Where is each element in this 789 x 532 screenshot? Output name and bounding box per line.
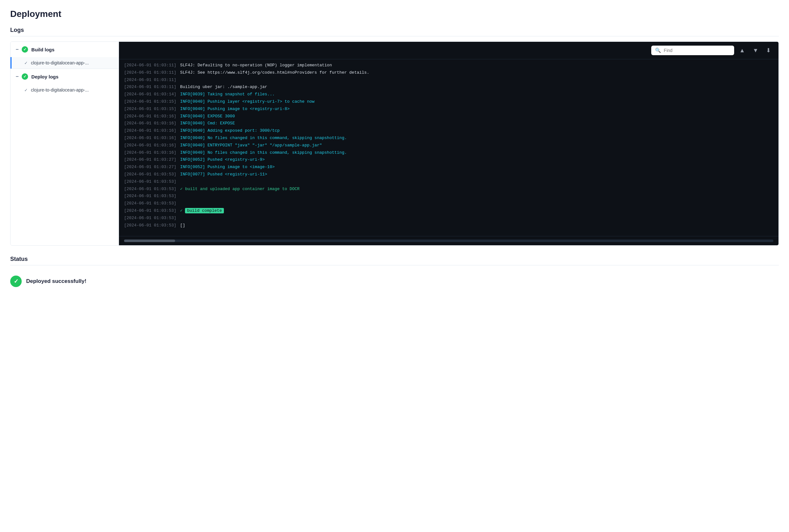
log-timestamp: [2024-06-01 01:03:16] — [124, 128, 176, 134]
log-timestamp: [2024-06-01 01:03:27] — [124, 164, 176, 171]
build-logs-status-icon — [22, 46, 28, 53]
build-logs-collapse-icon: − — [16, 46, 19, 52]
log-message: INFO[0052] Pushing image to <image-10> — [180, 164, 274, 171]
log-timestamp: [2024-06-01 01:03:53] — [124, 186, 176, 193]
log-line: [2024-06-01 01:03:11]Building uber jar: … — [119, 83, 778, 91]
log-message: ✓ build complete — [180, 208, 224, 214]
logs-divider — [10, 36, 779, 36]
deployed-banner: Deployed successfully! — [10, 270, 779, 292]
log-timestamp: [2024-06-01 01:03:16] — [124, 135, 176, 141]
deploy-logs-collapse-icon: − — [16, 74, 19, 79]
log-message: INFO[0040] Pushing image to <registry-ur… — [180, 106, 290, 113]
scrollbar-thumb[interactable] — [124, 240, 175, 242]
log-line: [2024-06-01 01:03:11]SLF4J: See https://… — [119, 69, 778, 77]
log-line: [2024-06-01 01:03:16]INFO[0040] ENTRYPOI… — [119, 142, 778, 149]
log-timestamp: [2024-06-01 01:03:53] — [124, 193, 176, 200]
log-message: INFO[0040] EXPOSE 3000 — [180, 113, 235, 120]
deploy-logs-group-label: Deploy logs — [31, 74, 58, 79]
horizontal-scrollbar[interactable] — [124, 240, 773, 242]
log-message: SLF4J: See https://www.slf4j.org/codes.h… — [180, 70, 369, 76]
log-message: INFO[0040] Pushing layer <registry-uri-7… — [180, 98, 314, 105]
deployed-text: Deployed successfully! — [26, 278, 86, 285]
build-logs-group-label: Build logs — [31, 47, 55, 52]
log-timestamp: [2024-06-01 01:03:53] — [124, 171, 176, 178]
scroll-up-button[interactable]: ▲ — [737, 46, 748, 55]
log-line: [2024-06-01 01:03:53]INFO[0077] Pushed <… — [119, 171, 778, 178]
log-message: ✓ built and uploaded app container image… — [180, 186, 300, 193]
logs-sidebar: − Build logs ✓ clojure-to-digitalocean-a… — [11, 42, 119, 245]
log-line: [2024-06-01 01:03:16]INFO[0040] Adding e… — [119, 127, 778, 135]
log-timestamp: [2024-06-01 01:03:53] — [124, 178, 176, 185]
log-message: [] — [180, 222, 185, 229]
log-line: [2024-06-01 01:03:16]INFO[0040] Cmd: EXP… — [119, 120, 778, 127]
build-log-item[interactable]: ✓ clojure-to-digitalocean-app-... — [11, 57, 119, 69]
build-log-item-label: clojure-to-digitalocean-app-... — [31, 60, 89, 65]
log-line: [2024-06-01 01:03:53] — [119, 193, 778, 200]
search-box[interactable]: 🔍 — [651, 45, 734, 55]
log-line: [2024-06-01 01:03:53][] — [119, 222, 778, 229]
deployed-status-icon — [10, 276, 22, 287]
log-line: [2024-06-01 01:03:16]INFO[0040] No files… — [119, 149, 778, 157]
build-log-item-check-icon: ✓ — [24, 61, 28, 65]
deploy-log-item[interactable]: ✓ clojure-to-digitalocean-app-... — [11, 84, 119, 96]
log-timestamp: [2024-06-01 01:03:16] — [124, 120, 176, 127]
log-message: INFO[0040] No files changed in this comm… — [180, 135, 347, 141]
log-timestamp: [2024-06-01 01:03:11] — [124, 62, 176, 69]
log-message: Building uber jar: ./sample-app.jar — [180, 84, 267, 91]
scrollbar-area — [119, 236, 778, 245]
log-timestamp: [2024-06-01 01:03:16] — [124, 150, 176, 156]
download-button[interactable]: ⬇ — [764, 45, 773, 55]
log-line: [2024-06-01 01:03:53] — [119, 178, 778, 186]
log-timestamp: [2024-06-01 01:03:27] — [124, 157, 176, 163]
log-message: INFO[0040] Cmd: EXPOSE — [180, 120, 235, 127]
log-timestamp: [2024-06-01 01:03:11] — [124, 77, 176, 83]
scroll-down-button[interactable]: ▼ — [750, 46, 761, 55]
search-icon: 🔍 — [655, 48, 661, 53]
status-divider — [10, 265, 779, 265]
log-line: [2024-06-01 01:03:14]INFO[0039] Taking s… — [119, 91, 778, 98]
logs-main: 🔍 ▲ ▼ ⬇ [2024-06-01 01:03:11]SLF4J: Defa… — [119, 42, 778, 245]
log-timestamp: [2024-06-01 01:03:11] — [124, 70, 176, 76]
log-timestamp: [2024-06-01 01:03:53] — [124, 208, 176, 214]
log-line: [2024-06-01 01:03:53] — [119, 200, 778, 207]
logs-toolbar: 🔍 ▲ ▼ ⬇ — [119, 42, 778, 59]
search-input[interactable] — [664, 48, 730, 53]
log-line: [2024-06-01 01:03:11] — [119, 77, 778, 84]
log-line: [2024-06-01 01:03:15]INFO[0040] Pushing … — [119, 106, 778, 113]
log-timestamp: [2024-06-01 01:03:53] — [124, 200, 176, 207]
log-message: SLF4J: Defaulting to no-operation (NOP) … — [180, 62, 332, 69]
build-logs-group-header[interactable]: − Build logs — [11, 42, 119, 57]
log-line: [2024-06-01 01:03:53]✓ built and uploade… — [119, 186, 778, 193]
log-line: [2024-06-01 01:03:53]✓ build complete — [119, 207, 778, 215]
deploy-logs-group-header[interactable]: − Deploy logs — [11, 69, 119, 84]
log-timestamp: [2024-06-01 01:03:53] — [124, 222, 176, 229]
log-content[interactable]: [2024-06-01 01:03:11]SLF4J: Defaulting t… — [119, 59, 778, 236]
log-timestamp: [2024-06-01 01:03:16] — [124, 142, 176, 149]
logs-container: − Build logs ✓ clojure-to-digitalocean-a… — [10, 41, 779, 246]
log-line: [2024-06-01 01:03:16]INFO[0040] EXPOSE 3… — [119, 113, 778, 120]
log-message: INFO[0040] Adding exposed port: 3000/tcp — [180, 128, 280, 134]
deploy-logs-status-icon — [22, 73, 28, 80]
log-message: INFO[0040] ENTRYPOINT "java" "-jar" "/ap… — [180, 142, 322, 149]
log-timestamp: [2024-06-01 01:03:15] — [124, 98, 176, 105]
log-timestamp: [2024-06-01 01:03:11] — [124, 84, 176, 91]
status-section: Status Deployed successfully! — [10, 256, 779, 292]
page-title: Deployment — [10, 9, 779, 19]
log-timestamp: [2024-06-01 01:03:15] — [124, 106, 176, 113]
status-section-title: Status — [10, 256, 779, 263]
log-message: INFO[0052] Pushed <registry-uri-9> — [180, 157, 265, 163]
log-message: INFO[0077] Pushed <registry-uri-11> — [180, 171, 267, 178]
log-timestamp: [2024-06-01 01:03:14] — [124, 91, 176, 98]
log-message: INFO[0040] No files changed in this comm… — [180, 150, 347, 156]
log-line: [2024-06-01 01:03:15]INFO[0040] Pushing … — [119, 98, 778, 106]
log-line: [2024-06-01 01:03:11]SLF4J: Defaulting t… — [119, 62, 778, 69]
log-message: INFO[0039] Taking snapshot of files... — [180, 91, 274, 98]
log-timestamp: [2024-06-01 01:03:16] — [124, 113, 176, 120]
deploy-log-item-label: clojure-to-digitalocean-app-... — [31, 88, 89, 93]
log-line: [2024-06-01 01:03:53] — [119, 215, 778, 222]
logs-section-title: Logs — [10, 27, 779, 34]
log-line: [2024-06-01 01:03:16]INFO[0040] No files… — [119, 135, 778, 142]
log-timestamp: [2024-06-01 01:03:53] — [124, 215, 176, 222]
log-line: [2024-06-01 01:03:27]INFO[0052] Pushed <… — [119, 156, 778, 164]
deploy-log-item-check-icon: ✓ — [24, 88, 28, 93]
